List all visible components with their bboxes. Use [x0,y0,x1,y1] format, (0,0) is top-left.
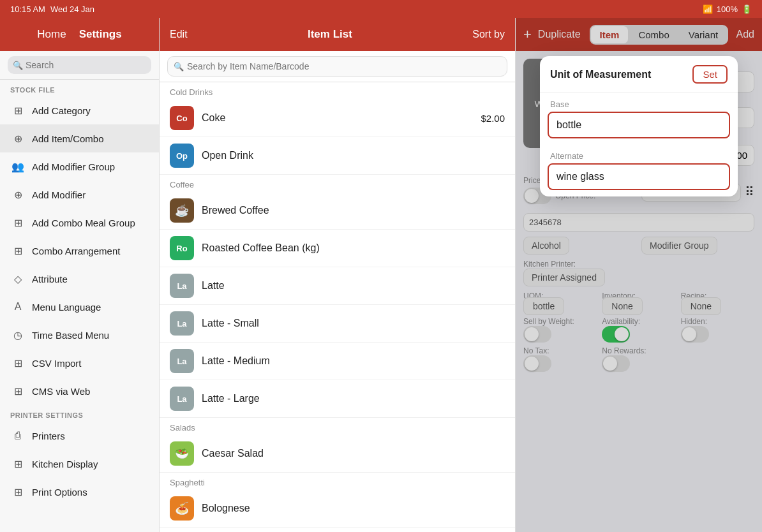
category-cold-drinks: Cold Drinks [160,82,515,100]
battery-level: 100% [717,4,738,14]
uom-modal-header: Unit of Measurement Set [540,56,738,93]
sidebar-header: Home Settings [0,18,159,51]
list-item[interactable]: La Latte - Medium [160,343,515,380]
item-name-latte-small: Latte - Small [202,318,505,329]
item-name-latte: Latte [202,280,505,292]
sidebar-item-add-combo-meal-group[interactable]: ⊞ Add Combo Meal Group [0,209,159,237]
sidebar-item-csv-import[interactable]: ⊞ CSV Import [0,349,159,377]
sidebar-item-print-options[interactable]: ⊞ Print Options [0,478,159,506]
sidebar-item-add-modifier-group[interactable]: 👥 Add Modifier Group [0,152,159,181]
item-list-scroll[interactable]: Cold Drinks Co Coke $2.00 Op Open Drink … [160,82,515,532]
item-list-title: Item List [308,28,352,41]
list-item[interactable]: Ro Roasted Coffee Bean (kg) [160,230,515,267]
time: 10:15 AM [10,4,45,14]
battery-icon: 🔋 [742,4,752,14]
clock-icon: ◷ [10,327,26,343]
sidebar: Home Settings 🔍 STOCK FILE ⊞ Add Categor… [0,18,160,532]
uom-alternate-label: Alternate [540,145,738,163]
sidebar-item-menu-language[interactable]: A Menu Language [0,293,159,321]
sidebar-item-label: Kitchen Display [32,459,98,469]
sidebar-item-label: Print Options [32,487,87,498]
item-name-latte-medium: Latte - Medium [202,355,505,367]
list-item[interactable]: La Latte [160,267,515,305]
item-thumb-latte: La [170,274,194,298]
list-item[interactable]: 🍝 Bolognese [160,490,515,528]
edit-button[interactable]: Edit [170,29,188,40]
item-search-input[interactable] [167,56,507,77]
sidebar-search-input[interactable] [8,56,151,74]
item-name-coke: Coke [202,112,473,124]
printer-icon: ⎙ [10,428,26,443]
sidebar-search-container: 🔍 [0,51,159,80]
uom-base-input[interactable]: bottle [548,112,730,138]
item-name-bolognese: Bolognese [202,503,505,514]
sort-by-button[interactable]: Sort by [472,29,505,40]
sidebar-search-icon: 🔍 [13,61,23,70]
sidebar-item-label: Add Item/Combo [32,133,104,144]
plus-icon: ⊕ [10,187,26,202]
sidebar-item-cms-via-web[interactable]: ⊞ CMS via Web [0,377,159,405]
item-thumb-open-drink: Op [170,144,194,168]
sidebar-item-label: CSV Import [32,358,82,369]
uom-base-label: Base [540,93,738,112]
category-coffee: Coffee [160,175,515,192]
uom-modal-overlay[interactable]: Unit of Measurement Set Base bottle Alte… [516,18,762,532]
item-thumb-brewed-coffee: ☕ [170,198,194,223]
item-thumb-caesar: 🥗 [170,441,194,466]
status-right: 📶 100% 🔋 [703,4,752,14]
item-thumb-coke: Co [170,106,194,130]
uom-modal: Unit of Measurement Set Base bottle Alte… [540,56,738,196]
sidebar-item-combo-arrangement[interactable]: ⊞ Combo Arrangement [0,237,159,265]
item-list-panel: Edit Item List Sort by 🔍 Cold Drinks Co … [160,18,516,532]
sidebar-item-label: Attribute [32,274,68,284]
list-item[interactable]: 🥗 Caesar Salad [160,435,515,473]
sidebar-item-label: Add Modifier Group [32,161,115,172]
sidebar-item-time-based-menu[interactable]: ◷ Time Based Menu [0,321,159,349]
right-panel: + Duplicate Item Combo Variant Add Wine … [516,18,762,532]
language-icon: A [10,299,26,314]
item-list-search-container: 🔍 [160,51,515,82]
category-cakes: Cakes [160,528,515,532]
list-item[interactable]: La Latte - Large [160,380,515,418]
sidebar-home[interactable]: Home [37,28,66,41]
item-thumb-latte-small: La [170,311,194,336]
item-list-header: Edit Item List Sort by [160,18,515,51]
sidebar-item-label: Printers [32,431,65,441]
plus-circle-icon: ⊕ [10,131,26,146]
arrange-icon: ⊞ [10,243,26,258]
sidebar-item-label: Combo Arrangement [32,246,120,256]
sidebar-item-label: CMS via Web [32,386,90,397]
date: Wed 24 Jan [50,4,94,14]
sidebar-item-attribute[interactable]: ◇ Attribute [0,265,159,293]
sidebar-item-printers[interactable]: ⎙ Printers [0,422,159,450]
status-bar: 10:15 AM Wed 24 Jan 📶 100% 🔋 [0,0,762,18]
item-thumb-latte-large: La [170,387,194,411]
list-item[interactable]: La Latte - Small [160,305,515,343]
item-thumb-roasted: Ro [170,236,194,260]
item-thumb-latte-medium: La [170,349,194,373]
sidebar-item-kitchen-display[interactable]: ⊞ Kitchen Display [0,450,159,478]
sidebar-item-add-item-combo[interactable]: ⊕ Add Item/Combo [0,124,159,152]
combo-icon: ⊞ [10,215,26,230]
uom-alternate-input[interactable]: wine glass [548,163,730,190]
wifi-icon: 📶 [703,4,713,14]
sidebar-item-label: Time Based Menu [32,330,109,341]
print-options-icon: ⊞ [10,484,26,499]
list-item[interactable]: Co Coke $2.00 [160,100,515,137]
people-icon: 👥 [10,159,26,174]
list-item[interactable]: ☕ Brewed Coffee [160,192,515,230]
diamond-icon: ◇ [10,271,26,286]
sidebar-title: Settings [79,28,122,41]
item-search-icon: 🔍 [174,62,184,71]
sidebar-item-label: Add Modifier [32,189,86,200]
list-item[interactable]: Op Open Drink [160,137,515,175]
item-name-open-drink: Open Drink [202,150,497,161]
sidebar-item-add-modifier[interactable]: ⊕ Add Modifier [0,181,159,209]
uom-set-button[interactable]: Set [692,65,728,84]
sidebar-item-add-category[interactable]: ⊞ Add Category [0,96,159,124]
sidebar-item-label: Add Combo Meal Group [32,218,135,228]
item-name-latte-large: Latte - Large [202,393,505,404]
sidebar-item-label: Add Category [32,105,91,116]
item-thumb-bolognese: 🍝 [170,496,194,521]
item-name-brewed-coffee: Brewed Coffee [202,205,505,216]
